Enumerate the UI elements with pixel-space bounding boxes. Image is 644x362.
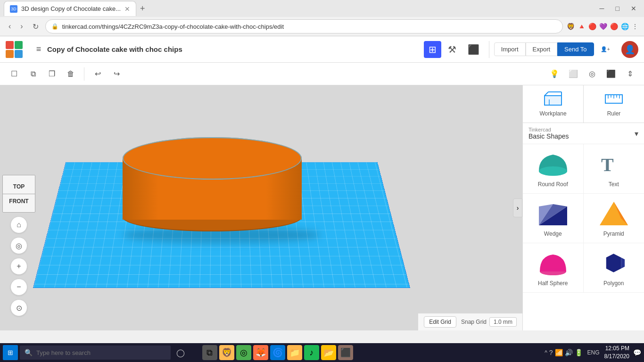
- taskbar-search-input[interactable]: [36, 349, 166, 356]
- chrome-taskbar-button[interactable]: ◎: [236, 345, 251, 360]
- logo-cell-k: [15, 50, 23, 58]
- view-cube[interactable]: TOP FRONT: [2, 175, 35, 213]
- svg-rect-3: [545, 96, 561, 105]
- build-button[interactable]: ⚒: [443, 41, 461, 58]
- code-icon: ⬛: [468, 44, 479, 55]
- align-button[interactable]: ⬛: [603, 66, 619, 82]
- taskview-button[interactable]: ⧉: [202, 345, 217, 360]
- zoom-out-button[interactable]: −: [10, 279, 27, 296]
- url-box[interactable]: 🔒 tinkercad.com/things/4CZzRC9mZ3a-copy-…: [45, 19, 563, 33]
- grid-view-button[interactable]: ⊞: [424, 41, 441, 58]
- address-bar: ‹ › ↻ 🔒 tinkercad.com/things/4CZzRC9mZ3a…: [0, 17, 644, 36]
- brave-taskbar-button[interactable]: 🦁: [219, 345, 234, 360]
- new-tab-button[interactable]: +: [136, 4, 149, 14]
- firefox-taskbar-button[interactable]: 🦊: [253, 345, 268, 360]
- network-icon[interactable]: 📶: [555, 349, 563, 356]
- edit-grid-button[interactable]: Edit Grid: [424, 316, 456, 328]
- duplicate-button[interactable]: ❒: [43, 66, 60, 82]
- extension-3-icon[interactable]: 🔴: [610, 23, 618, 30]
- group-button[interactable]: ⧉: [25, 66, 41, 82]
- view-cube-box[interactable]: TOP FRONT: [2, 175, 35, 213]
- minimize-button[interactable]: ─: [596, 4, 608, 13]
- lock-icon: 🔒: [51, 23, 58, 30]
- maximize-button[interactable]: □: [612, 4, 623, 13]
- minecraft-taskbar-button[interactable]: ⬛: [338, 345, 353, 360]
- notification-button[interactable]: 💬: [633, 349, 641, 356]
- hide-button[interactable]: ⬜: [565, 66, 582, 82]
- active-tab[interactable]: 3D 3D design Copy of Chocolate cake... ✕: [4, 1, 136, 16]
- shape-item-round-roof[interactable]: Round Roof: [523, 144, 584, 194]
- header-divider: [489, 41, 489, 58]
- tray-chevron-button[interactable]: ^: [545, 349, 547, 356]
- wedge-thumbnail: [537, 199, 570, 228]
- redo-button[interactable]: ↪: [108, 66, 125, 82]
- polygon-thumbnail: [597, 249, 630, 277]
- tab-close-button[interactable]: ✕: [124, 5, 130, 13]
- cortana-button[interactable]: ◯: [173, 348, 189, 357]
- view-cube-front-label: FRONT: [3, 194, 35, 208]
- home-button[interactable]: ⌂: [10, 216, 27, 233]
- workplane-button[interactable]: Workplane: [523, 85, 584, 123]
- cake-3d-object[interactable]: [123, 137, 321, 243]
- menu-button[interactable]: ⋮: [632, 23, 638, 30]
- add-collaborator-button[interactable]: 👤+: [596, 43, 615, 55]
- volume-icon[interactable]: 🔊: [565, 349, 573, 356]
- shape-item-text[interactable]: T Text: [584, 144, 644, 194]
- mirror-button[interactable]: ⇕: [621, 66, 638, 82]
- forward-button[interactable]: ›: [17, 21, 25, 32]
- tab-favicon: 3D: [10, 5, 17, 13]
- pyramid-label: Pyramid: [603, 230, 624, 237]
- brave-rewards-icon[interactable]: 🔺: [578, 23, 586, 30]
- user-avatar[interactable]: 👤: [621, 41, 638, 58]
- search-bar[interactable]: 🔍: [20, 346, 171, 360]
- edge-taskbar-button[interactable]: 🌀: [270, 345, 285, 360]
- shape-item-half-sphere[interactable]: Half Sphere: [523, 243, 584, 293]
- text-thumbnail: T: [597, 150, 630, 178]
- round-roof-thumbnail: [537, 150, 570, 178]
- perspective-button[interactable]: ⊙: [10, 299, 27, 316]
- viewport[interactable]: › Edit Grid Snap Grid 1.0 mm: [0, 85, 522, 330]
- cake-selection-ring: [123, 137, 302, 180]
- language-label: ENG: [587, 349, 600, 356]
- category-dropdown-arrow[interactable]: ▾: [635, 129, 638, 138]
- shape-item-polygon[interactable]: Polygon: [584, 243, 644, 293]
- extension-2-icon[interactable]: 💜: [599, 23, 607, 30]
- close-button[interactable]: ✕: [627, 4, 640, 13]
- workplane-icon: [544, 91, 562, 107]
- translate-icon[interactable]: 🌐: [621, 23, 629, 30]
- delete-button[interactable]: 🗑: [62, 66, 79, 82]
- cake-group: [123, 137, 302, 231]
- extension-1-icon[interactable]: 🔴: [588, 23, 596, 30]
- light-button[interactable]: 💡: [546, 66, 563, 82]
- menu-icon-button[interactable]: ≡: [30, 41, 47, 58]
- undo-button[interactable]: ↩: [89, 66, 106, 82]
- shape-item-pyramid[interactable]: Pyramid: [584, 194, 644, 243]
- start-button[interactable]: ⊞: [3, 345, 18, 360]
- zoom-in-button[interactable]: +: [10, 258, 27, 275]
- import-button[interactable]: Import: [494, 42, 526, 56]
- viewport-bottom: Edit Grid Snap Grid 1.0 mm: [418, 313, 522, 330]
- export-button[interactable]: Export: [526, 42, 558, 56]
- snap-grid-value[interactable]: 1.0 mm: [489, 317, 517, 327]
- rotate-select-button[interactable]: ◎: [10, 237, 27, 254]
- refresh-button[interactable]: ↻: [30, 21, 41, 32]
- shape-category: Tinkercad Basic Shapes ▾: [523, 123, 644, 144]
- snap-grid-control: Snap Grid 1.0 mm: [461, 317, 517, 327]
- panel-toggle-button[interactable]: ›: [513, 198, 522, 217]
- select-all-button[interactable]: ☐: [6, 66, 23, 82]
- spotify-taskbar-button[interactable]: ♪: [304, 345, 319, 360]
- back-button[interactable]: ‹: [6, 21, 14, 32]
- brave-shield-icon[interactable]: 🦁: [567, 23, 575, 30]
- tinkercad-logo: [6, 41, 23, 58]
- explorer-taskbar-button[interactable]: 📁: [287, 345, 302, 360]
- svg-point-22: [540, 268, 566, 275]
- shape-item-wedge[interactable]: Wedge: [523, 194, 584, 243]
- battery-icon[interactable]: 🔋: [575, 349, 583, 356]
- ruler-button[interactable]: Ruler: [584, 85, 644, 123]
- code-button[interactable]: ⬛: [463, 41, 484, 58]
- files-taskbar-button[interactable]: 📂: [321, 345, 336, 360]
- show-button[interactable]: ◎: [584, 66, 601, 82]
- help-tray-button[interactable]: ?: [549, 349, 553, 356]
- polygon-label: Polygon: [603, 280, 624, 287]
- send-to-button[interactable]: Send To: [557, 42, 594, 56]
